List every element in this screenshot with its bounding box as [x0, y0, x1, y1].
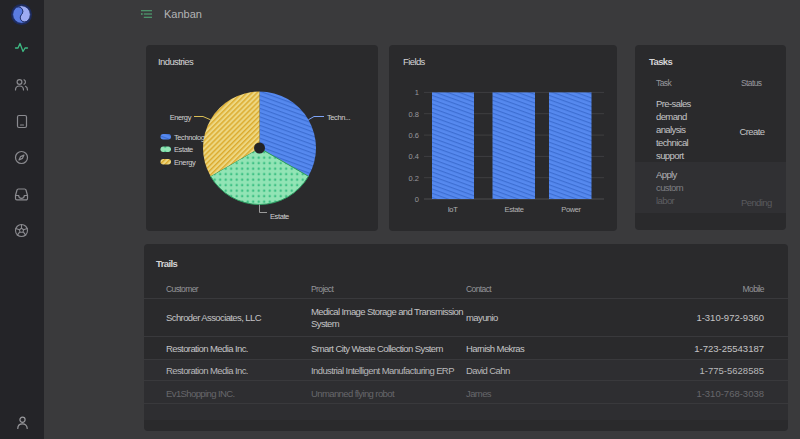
- svg-text:0.4: 0.4: [409, 152, 419, 161]
- svg-text:IoT: IoT: [448, 205, 458, 214]
- svg-text:Estate: Estate: [270, 212, 289, 221]
- svg-text:Energy: Energy: [170, 113, 192, 122]
- svg-text:Energy: Energy: [174, 158, 196, 167]
- svg-text:0.2: 0.2: [409, 174, 419, 183]
- svg-text:Estate: Estate: [174, 145, 193, 154]
- svg-text:Estate: Estate: [505, 205, 524, 214]
- svg-text:0.6: 0.6: [409, 131, 419, 140]
- svg-text:0.8: 0.8: [409, 110, 419, 119]
- svg-text:Technology: Technology: [174, 133, 209, 142]
- svg-text:0: 0: [415, 195, 419, 204]
- svg-text:Power: Power: [561, 205, 581, 214]
- svg-text:Techn...: Techn...: [327, 113, 350, 122]
- svg-text:1: 1: [415, 88, 419, 97]
